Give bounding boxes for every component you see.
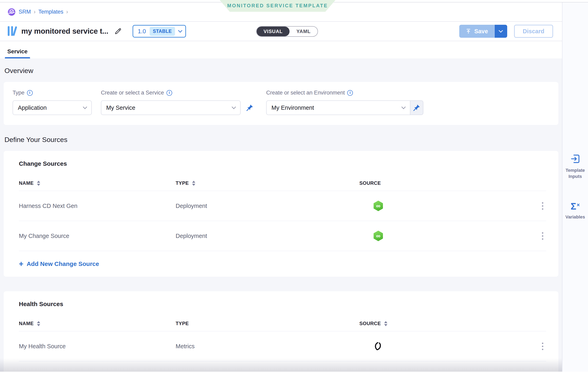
tab-service[interactable]: Service xyxy=(5,48,30,58)
version-number: 1.0 xyxy=(138,28,146,35)
health-sources-title: Health Sources xyxy=(19,300,546,308)
row-type: Deployment xyxy=(176,203,359,209)
pin-environment-button[interactable] xyxy=(410,101,423,115)
service-select[interactable]: My Service xyxy=(101,101,241,115)
tab-yaml[interactable]: YAML xyxy=(290,27,317,36)
template-inputs-button[interactable]: Template Inputs xyxy=(563,153,588,180)
column-header-type-label: TYPE xyxy=(176,180,189,186)
version-selector[interactable]: 1.0 STABLE xyxy=(133,25,186,38)
add-change-source-label: Add New Change Source xyxy=(27,261,99,267)
column-header-type[interactable]: TYPE xyxy=(176,180,359,186)
variables-label: Variables xyxy=(566,214,585,220)
info-icon[interactable]: i xyxy=(27,90,33,96)
change-sources-table-header: NAME TYPE SOURCE xyxy=(19,176,546,191)
save-button[interactable]: Save xyxy=(459,25,495,38)
service-label-text: Create or select a Service xyxy=(101,90,164,96)
add-health-source-label: Add New Health Source xyxy=(27,371,95,372)
content: Overview Type i Application xyxy=(0,58,562,372)
overview-heading: Overview xyxy=(4,67,558,75)
column-header-source[interactable]: SOURCE xyxy=(359,321,522,326)
environment-select[interactable]: My Environment xyxy=(266,101,410,115)
srm-module-icon xyxy=(7,8,16,16)
environment-select-value: My Environment xyxy=(272,104,314,111)
version-status-badge: STABLE xyxy=(150,27,175,36)
health-sources-card: Health Sources NAME TYPE SOURCE xyxy=(4,291,558,372)
row-type: Metrics xyxy=(176,343,359,350)
type-label: Type i xyxy=(13,90,92,96)
service-field: Create or select a Service i My Service xyxy=(101,90,254,125)
breadcrumb-srm-link[interactable]: SRM xyxy=(19,9,31,15)
harness-cd-icon: ∞ xyxy=(374,201,383,211)
breadcrumb-separator: › xyxy=(34,9,36,15)
row-type: Deployment xyxy=(176,233,359,239)
page: SRM › Templates › my monitored service t… xyxy=(0,2,588,372)
discard-button[interactable]: Discard xyxy=(514,25,553,38)
appdynamics-icon xyxy=(373,341,383,351)
row-name: Harness CD Next Gen xyxy=(19,203,176,209)
template-icon xyxy=(8,26,17,36)
info-icon[interactable]: i xyxy=(347,90,353,96)
add-new-change-source-button[interactable]: + Add New Change Source xyxy=(19,251,546,277)
column-header-type-label: TYPE xyxy=(176,321,189,326)
chevron-down-icon xyxy=(232,105,236,109)
change-sources-title: Change Sources xyxy=(19,160,546,168)
row-menu-button[interactable] xyxy=(539,230,546,242)
column-header-name-label: NAME xyxy=(19,321,34,326)
edit-title-button[interactable] xyxy=(114,27,122,35)
health-sources-table-header: NAME TYPE SOURCE xyxy=(19,316,546,331)
main-area: SRM › Templates › my monitored service t… xyxy=(0,2,562,372)
tab-visual[interactable]: VISUAL xyxy=(257,27,290,36)
service-label: Create or select a Service i xyxy=(101,90,254,96)
pin-service-button[interactable] xyxy=(246,104,254,111)
badge-label: MONITORED SERVICE TEMPLATE xyxy=(227,3,328,9)
header-actions: Save Discard xyxy=(459,25,553,38)
column-header-source-label: SOURCE xyxy=(359,321,381,326)
environment-label: Create or select an Environment i xyxy=(266,90,423,96)
tab-bar: Service xyxy=(0,41,562,58)
row-menu-button[interactable] xyxy=(539,200,546,212)
sigma-glyph: Σ xyxy=(571,202,577,211)
variables-button[interactable]: Σ × Variables xyxy=(563,202,588,220)
column-header-name[interactable]: NAME xyxy=(19,321,176,326)
row-name: My Change Source xyxy=(19,233,176,239)
add-new-health-source-button[interactable]: + Add New Health Source xyxy=(19,361,546,372)
sort-icon xyxy=(192,181,195,186)
breadcrumb-templates-link[interactable]: Templates xyxy=(38,9,63,15)
column-header-source-label: SOURCE xyxy=(359,180,381,186)
save-split-button: Save xyxy=(459,25,507,38)
service-select-value: My Service xyxy=(106,104,135,111)
row-name: My Health Source xyxy=(19,343,176,350)
discard-label: Discard xyxy=(523,28,544,35)
visual-yaml-toggle: VISUAL YAML xyxy=(256,26,318,37)
chevron-down-icon xyxy=(83,105,87,109)
page-title: my monitored service t... xyxy=(21,27,108,36)
type-select-value: Application xyxy=(18,104,47,111)
sigma-x-glyph: × xyxy=(577,202,580,208)
monitored-service-template-badge: MONITORED SERVICE TEMPLATE xyxy=(219,0,336,12)
sort-icon xyxy=(37,181,40,186)
chevron-down-icon xyxy=(178,28,182,32)
save-options-button[interactable] xyxy=(495,25,507,38)
change-sources-card: Change Sources NAME TYPE SOURCE xyxy=(4,151,558,277)
save-label: Save xyxy=(474,28,488,35)
environment-label-text: Create or select an Environment xyxy=(266,90,345,96)
table-row[interactable]: My Change Source Deployment ∞ xyxy=(19,221,546,251)
type-select[interactable]: Application xyxy=(13,101,92,115)
upload-icon xyxy=(465,28,472,34)
sort-icon xyxy=(37,321,40,326)
info-icon[interactable]: i xyxy=(167,90,172,96)
type-field: Type i Application xyxy=(13,90,92,125)
type-label-text: Type xyxy=(13,90,25,96)
template-inputs-label: Template Inputs xyxy=(563,167,588,180)
overview-card: Type i Application Create or select a Se… xyxy=(4,82,558,125)
template-inputs-icon xyxy=(570,153,580,164)
column-header-source: SOURCE xyxy=(359,180,522,186)
define-sources-heading: Define Your Sources xyxy=(4,135,558,144)
table-row[interactable]: Harness CD Next Gen Deployment ∞ xyxy=(19,191,546,221)
column-header-name[interactable]: NAME xyxy=(19,180,176,186)
title-bar: my monitored service t... 1.0 STABLE VIS… xyxy=(0,22,562,41)
chevron-down-icon xyxy=(401,105,406,109)
row-menu-button[interactable] xyxy=(539,341,546,352)
pin-icon xyxy=(413,104,420,111)
table-row[interactable]: My Health Source Metrics xyxy=(19,331,546,361)
